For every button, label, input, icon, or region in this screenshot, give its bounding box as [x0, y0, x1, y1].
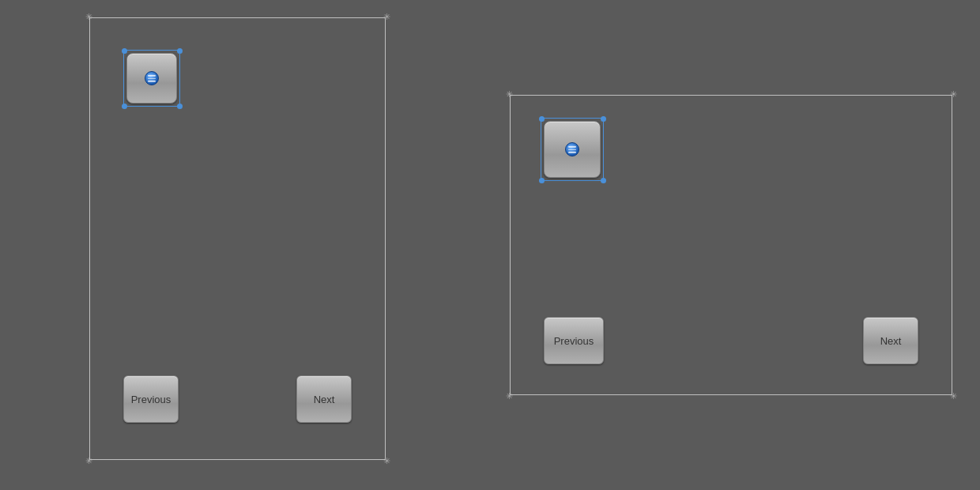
corner-handle-tr: ✳: [948, 89, 958, 99]
menu-button-frame2[interactable]: [544, 121, 601, 178]
previous-label-frame2: Previous: [554, 335, 594, 347]
handle-dot: [539, 116, 545, 122]
handle-dot: [177, 104, 183, 109]
handle-dot: [601, 116, 606, 122]
menu-icon-2: [565, 142, 579, 156]
corner-handle-bl: ✳: [84, 456, 93, 466]
corner-handle-br: ✳: [948, 391, 958, 401]
corner-handle-bl: ✳: [504, 391, 514, 401]
previous-button-frame2[interactable]: Previous: [544, 317, 604, 364]
canvas: ✳ ✳ ✳ ✳ Previous Next: [0, 0, 980, 490]
handle-dot: [122, 48, 127, 54]
previous-button-frame1[interactable]: Previous: [123, 375, 179, 423]
corner-handle-tl: ✳: [84, 12, 93, 21]
menu-icon: [145, 71, 159, 85]
next-label-frame1: Next: [314, 394, 335, 405]
next-button-frame2[interactable]: Next: [863, 317, 918, 364]
menu-line: [148, 77, 156, 79]
handle-dot: [177, 48, 183, 54]
menu-line: [568, 152, 576, 153]
previous-label-frame1: Previous: [131, 394, 172, 405]
next-label-frame2: Next: [880, 335, 902, 347]
handle-dot: [601, 178, 606, 183]
menu-lines-2: [568, 146, 576, 153]
next-button-frame1[interactable]: Next: [296, 375, 352, 423]
menu-line: [148, 75, 156, 77]
frame-portrait: ✳ ✳ ✳ ✳ Previous Next: [89, 17, 386, 460]
handle-dot: [539, 178, 545, 183]
menu-button-frame1[interactable]: [126, 53, 177, 104]
corner-handle-br: ✳: [382, 456, 391, 466]
frame-landscape: ✳ ✳ ✳ ✳ Previous Next: [510, 95, 952, 395]
menu-line: [568, 146, 576, 148]
corner-handle-tr: ✳: [382, 12, 391, 21]
menu-line: [568, 149, 576, 150]
menu-line: [148, 81, 156, 82]
handle-dot: [122, 104, 127, 109]
menu-lines: [148, 75, 156, 82]
corner-handle-tl: ✳: [504, 89, 514, 99]
